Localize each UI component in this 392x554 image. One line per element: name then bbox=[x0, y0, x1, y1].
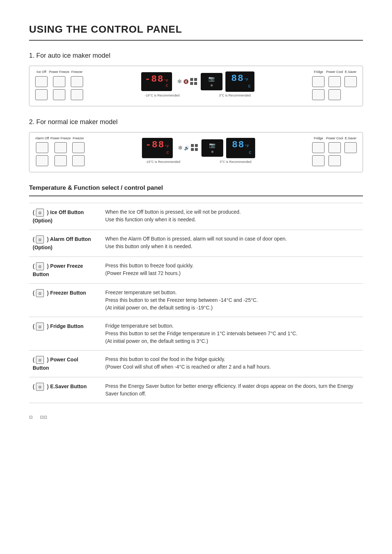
btn-label-esaver: E.Saver bbox=[345, 70, 356, 75]
table-row: ( ⊡ ) Alarm Off Button(Option) When the … bbox=[29, 230, 363, 257]
functions-heading: Temperature & Function select / control … bbox=[29, 183, 363, 196]
right-buttons-normal: Fridge Power Cool E.Saver bbox=[312, 136, 357, 167]
btn-esaver[interactable] bbox=[344, 76, 357, 87]
table-row: ( ⊡ ) Power CoolButton Press this button… bbox=[29, 350, 363, 377]
center-display-normal: -88 °F c ❄ 🔊 📷 ❄ bbox=[142, 138, 255, 165]
btn-col-alarm-off: Alarm Off bbox=[35, 136, 49, 167]
btn-alarm-off[interactable] bbox=[36, 142, 48, 153]
fridge-display-center-auto: 📷 ❄ bbox=[201, 73, 222, 90]
btn-fridge[interactable] bbox=[312, 76, 324, 87]
btn-esaver-n[interactable] bbox=[344, 142, 357, 153]
func-name-alarm-off: ( ⊡ ) Alarm Off Button(Option) bbox=[29, 230, 102, 257]
snowflake-icon: ❄ bbox=[177, 77, 182, 86]
btn-power-cool-lower[interactable] bbox=[328, 89, 341, 100]
btn-label-freezer-n: Freezer bbox=[73, 136, 84, 141]
btn-freezer-n[interactable] bbox=[72, 142, 85, 153]
btn-fridge-lower[interactable] bbox=[312, 89, 324, 100]
btn-power-cool-n[interactable] bbox=[328, 142, 341, 153]
btn-col-power-freeze: Power Freeze bbox=[49, 70, 69, 100]
func-desc-esaver-btn: Press the Energy Saver button for better… bbox=[102, 377, 363, 403]
btn-ice-off-lower[interactable] bbox=[35, 89, 48, 100]
fridge-snowflake-icon-n: ❄ bbox=[211, 149, 214, 155]
fridge-temp-auto: 88 bbox=[231, 74, 244, 83]
control-panel-diagram-auto: Ice Off Power Freeze Freezer -88 bbox=[29, 66, 363, 106]
func-name-freezer-btn: ( ⊡ ) Freezer Button bbox=[29, 283, 102, 317]
btn-ice-off[interactable] bbox=[35, 76, 48, 87]
sound-icon: 🔇 bbox=[183, 78, 189, 85]
btn-fridge-n-lower[interactable] bbox=[312, 155, 324, 166]
freezer-sub-normal: c bbox=[166, 149, 169, 156]
btn-col-freezer-n: Freezer bbox=[72, 136, 85, 167]
fridge-camera-icon-n: 📷 bbox=[209, 141, 215, 149]
center-display-auto: -88 °F c ❄ 🔇 📷 ❄ bbox=[141, 71, 254, 98]
table-row: ( ⊡ ) Fridge Button Fridge temperature s… bbox=[29, 317, 363, 350]
table-row: ( ⊡ ) Ice Off Button(Option) When the Ic… bbox=[29, 203, 363, 230]
section-normal-ice-heading: 2. For normal ice maker model bbox=[29, 117, 363, 127]
fridge-display-normal: 88 °F c bbox=[226, 138, 255, 158]
btn-col-ice-off: Ice Off bbox=[35, 70, 48, 100]
btn-label-fridge: Fridge bbox=[314, 70, 323, 75]
table-row: ( ⊡ ) E.Saver Button Press the Energy Sa… bbox=[29, 377, 363, 403]
btn-power-freeze-n[interactable] bbox=[54, 142, 67, 153]
functions-table: ( ⊡ ) Ice Off Button(Option) When the Ic… bbox=[29, 203, 363, 403]
freezer-temp-normal: -88 bbox=[146, 140, 165, 149]
snowflake-icon-n: ❄ bbox=[178, 144, 183, 152]
func-name-ice-off: ( ⊡ ) Ice Off Button(Option) bbox=[29, 203, 102, 230]
func-desc-power-freeze: Press this button to freeze food quickly… bbox=[102, 257, 363, 283]
fridge-temp-normal: 88 bbox=[232, 140, 245, 149]
fridge-unit-normal: °F bbox=[245, 144, 249, 149]
btn-col-esaver: E.Saver bbox=[344, 70, 357, 87]
grid-icon-normal bbox=[191, 144, 199, 152]
page-title: USING THE CONTROL PANEL bbox=[29, 22, 363, 41]
fridge-snowflake-icon: ❄ bbox=[210, 83, 213, 88]
sound-icon-n: 🔊 bbox=[184, 145, 189, 151]
func-name-power-freeze: ( ⊡ ) Power FreezeButton bbox=[29, 257, 102, 283]
table-row: ( ⊡ ) Freezer Button Freezer temperature… bbox=[29, 283, 363, 317]
func-name-fridge-btn: ( ⊡ ) Fridge Button bbox=[29, 317, 102, 350]
section-normal-ice: 2. For normal ice maker model Alarm Off … bbox=[29, 117, 363, 173]
btn-label-freezer: Freezer bbox=[72, 70, 83, 75]
fridge-sub-auto: c bbox=[248, 83, 250, 90]
btn-col-fridge: Fridge bbox=[312, 70, 324, 100]
freezer-temp-auto: -88 bbox=[145, 74, 164, 84]
right-buttons-auto: Fridge Power Cool E.Saver bbox=[312, 70, 357, 100]
section-auto-ice: 1. For auto ice maker model Ice Off Powe… bbox=[29, 51, 363, 106]
center-icons-auto: ❄ 🔇 bbox=[177, 77, 198, 86]
fridge-unit-auto: °F bbox=[244, 77, 248, 83]
btn-power-cool-n-lower[interactable] bbox=[328, 155, 341, 166]
func-desc-power-cool-btn: Press this button to cool the food in th… bbox=[102, 350, 363, 377]
btn-freezer[interactable] bbox=[71, 76, 83, 87]
func-label-freezer-btn: Freezer Button bbox=[50, 290, 86, 295]
btn-freezer-n-lower[interactable] bbox=[72, 155, 85, 166]
btn-label-power-freeze-n: Power Freeze bbox=[50, 136, 71, 141]
func-icon-power-cool-btn: ⊡ bbox=[36, 356, 44, 364]
func-desc-freezer-btn: Freezer temperature set button. Press th… bbox=[102, 283, 363, 317]
btn-power-freeze-lower[interactable] bbox=[53, 89, 65, 100]
freezer-sub-auto: c bbox=[166, 82, 168, 89]
btn-label-esaver-n: E.Saver bbox=[345, 136, 356, 141]
btn-power-freeze[interactable] bbox=[53, 76, 65, 87]
btn-label-power-cool: Power Cool bbox=[326, 70, 343, 75]
grid-icon-auto bbox=[190, 78, 198, 86]
center-icons-normal: ❄ 🔊 bbox=[178, 144, 199, 152]
left-buttons-auto: Ice Off Power Freeze Freezer bbox=[35, 70, 83, 100]
btn-power-freeze-n-lower[interactable] bbox=[54, 155, 67, 166]
func-icon-fridge-btn: ⊡ bbox=[36, 323, 44, 331]
btn-col-fridge-n: Fridge bbox=[312, 136, 324, 167]
func-icon-power-freeze: ⊡ bbox=[36, 262, 44, 270]
btn-alarm-off-lower[interactable] bbox=[36, 155, 48, 166]
left-buttons-normal: Alarm Off Power Freeze Freezer bbox=[35, 136, 85, 167]
footer-icons: ⊡ ⊡⊡ bbox=[29, 414, 363, 420]
btn-freezer-lower[interactable] bbox=[71, 89, 83, 100]
btn-col-power-cool: Power Cool bbox=[326, 70, 343, 100]
btn-fridge-n[interactable] bbox=[312, 142, 324, 153]
control-panel-diagram-normal: Alarm Off Power Freeze Freezer -88 bbox=[29, 132, 363, 173]
functions-section: Temperature & Function select / control … bbox=[29, 183, 363, 403]
footer-icon-1: ⊡ bbox=[29, 414, 33, 420]
btn-power-cool[interactable] bbox=[328, 76, 341, 87]
fridge-display-auto: 88 °F c bbox=[225, 71, 254, 92]
btn-label-ice-off: Ice Off bbox=[37, 70, 46, 75]
table-row: ( ⊡ ) Power FreezeButton Press this butt… bbox=[29, 257, 363, 283]
func-desc-alarm-off: When the Alarm Off Button is pressed, al… bbox=[102, 230, 363, 257]
func-desc-fridge-btn: Fridge temperature set button. Press thi… bbox=[102, 317, 363, 350]
